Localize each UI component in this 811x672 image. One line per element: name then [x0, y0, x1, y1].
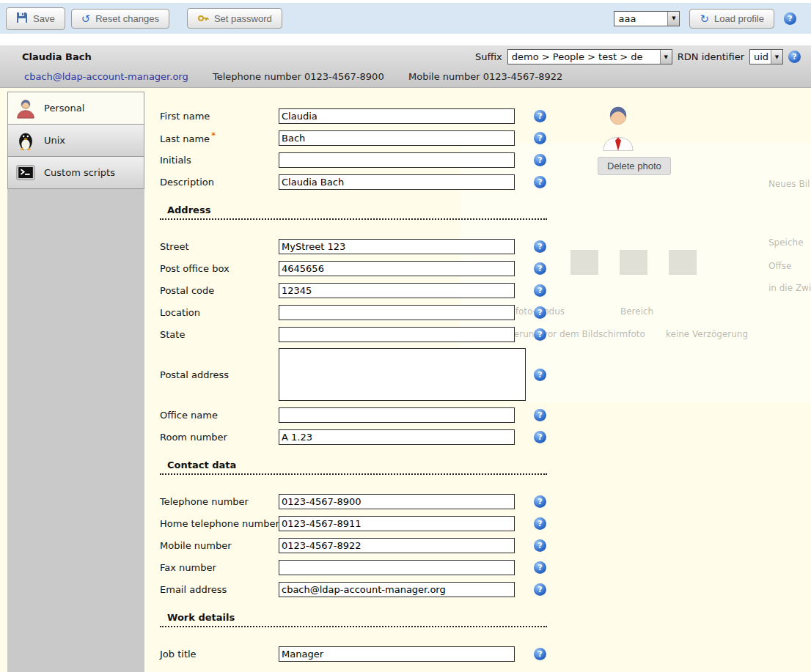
field-row-telephone-number: Telephone number ?: [160, 490, 556, 512]
save-button[interactable]: Save: [6, 7, 65, 30]
help-icon[interactable]: ?: [534, 583, 546, 596]
rdn-identifier-label: RDN identifier: [678, 51, 744, 62]
help-icon[interactable]: ?: [534, 154, 546, 166]
reset-changes-button[interactable]: ↺ Reset changes: [71, 9, 169, 29]
help-icon[interactable]: ?: [534, 561, 546, 574]
account-header-row2: cbach@ldap-account-manager.org Telephone…: [0, 68, 811, 87]
suffix-label: Suffix: [475, 51, 502, 62]
telephone-number-input[interactable]: [279, 494, 515, 509]
toolbar-right-group: aaa ▼ ↻ Load profile ?: [614, 9, 796, 29]
section-header-address: Address: [160, 203, 547, 220]
last-name-input[interactable]: [279, 130, 515, 146]
tab-unix-label: Unix: [44, 135, 65, 146]
help-icon[interactable]: ?: [534, 328, 546, 341]
location-label: Location: [160, 307, 279, 318]
field-row-first-name: First name ?: [160, 105, 556, 127]
set-password-button[interactable]: Set password: [187, 8, 282, 29]
help-icon[interactable]: ?: [534, 369, 546, 381]
ghost-thumbnail: [669, 250, 697, 275]
help-icon[interactable]: ?: [534, 648, 546, 660]
account-email-link[interactable]: cbach@ldap-account-manager.org: [24, 71, 188, 82]
header-help-icon[interactable]: ?: [788, 51, 801, 63]
required-marker: *: [211, 130, 216, 141]
help-icon[interactable]: ?: [534, 110, 546, 122]
field-row-initials: Initials ?: [160, 149, 556, 171]
street-label: Street: [160, 241, 279, 252]
tab-custom-scripts-label: Custom scripts: [44, 167, 115, 178]
mobile-number-input[interactable]: [279, 538, 515, 553]
tab-personal-label: Personal: [44, 103, 84, 114]
save-icon: [16, 12, 28, 26]
tab-unix[interactable]: Unix: [7, 124, 144, 157]
help-icon[interactable]: ?: [534, 517, 546, 530]
profile-select-value: aaa: [614, 12, 667, 26]
room-number-input[interactable]: [279, 429, 515, 445]
help-icon[interactable]: ?: [534, 262, 546, 275]
field-row-job-title: Job title ?: [160, 643, 556, 665]
field-row-post-office-box: Post office box ?: [160, 257, 556, 279]
fax-number-label: Fax number: [160, 562, 279, 573]
toolbar-help-icon[interactable]: ?: [784, 12, 796, 25]
job-title-input[interactable]: [279, 646, 515, 662]
ghost-text: Offse: [768, 261, 791, 271]
terminal-icon: [15, 162, 37, 184]
field-row-fax-number: Fax number ?: [160, 556, 556, 578]
section-header-contact-data: Contact data: [160, 458, 547, 475]
telephone-number-label: Telephone number: [160, 496, 279, 507]
load-profile-button[interactable]: ↻ Load profile: [689, 9, 774, 29]
postal-code-input[interactable]: [279, 283, 515, 298]
account-header: Claudia Bach Suffix demo > People > test…: [0, 45, 811, 88]
help-icon[interactable]: ?: [534, 240, 546, 253]
state-input[interactable]: [279, 327, 515, 342]
postal-address-label: Postal address: [160, 369, 279, 380]
help-icon[interactable]: ?: [534, 539, 546, 552]
refresh-icon: ↻: [700, 13, 709, 24]
office-name-input[interactable]: [279, 407, 515, 423]
field-row-location: Location ?: [160, 301, 556, 323]
ghost-text: Neues Bil: [768, 179, 810, 189]
help-icon[interactable]: ?: [534, 431, 546, 443]
key-icon: [197, 12, 209, 24]
top-toolbar: Save ↺ Reset changes Set password aaa ▼ …: [0, 3, 811, 34]
undo-icon: ↺: [81, 13, 91, 24]
account-telephone: Telephone number 0123-4567-8900: [213, 71, 384, 82]
delete-photo-button[interactable]: Delete photo: [598, 157, 671, 175]
email-address-input[interactable]: [279, 582, 515, 597]
field-row-home-telephone-number: Home telephone number ?: [160, 512, 556, 534]
help-icon[interactable]: ?: [534, 409, 546, 421]
post-office-box-input[interactable]: [279, 261, 515, 276]
section-header-work-details: Work details: [160, 610, 547, 627]
postal-address-textarea[interactable]: [279, 348, 526, 401]
dropdown-arrow-icon: ▼: [660, 50, 672, 64]
load-profile-label: Load profile: [714, 13, 764, 24]
lam-user-edit-page: Save ↺ Reset changes Set password aaa ▼ …: [0, 0, 811, 672]
profile-select[interactable]: aaa ▼: [614, 11, 680, 26]
save-button-label: Save: [33, 13, 55, 24]
field-row-last-name: Last name* ?: [160, 127, 556, 149]
initials-input[interactable]: [279, 152, 515, 168]
last-name-label-text: Last name: [160, 134, 210, 145]
help-icon[interactable]: ?: [534, 306, 546, 319]
help-icon[interactable]: ?: [534, 132, 546, 144]
initials-label: Initials: [160, 155, 279, 166]
fax-number-input[interactable]: [279, 560, 515, 575]
account-mobile: Mobile number 0123-4567-8922: [408, 71, 562, 82]
ghost-text: Speiche: [768, 237, 804, 248]
help-icon[interactable]: ?: [534, 495, 546, 508]
first-name-input[interactable]: [279, 108, 515, 124]
rdn-identifier-select[interactable]: uid ▼: [749, 49, 783, 64]
tab-personal[interactable]: Personal: [7, 92, 144, 125]
dropdown-arrow-icon: ▼: [667, 12, 679, 26]
home-telephone-number-input[interactable]: [279, 516, 515, 531]
suffix-select[interactable]: demo > People > test > de ▼: [507, 49, 672, 64]
location-input[interactable]: [279, 305, 515, 320]
help-icon[interactable]: ?: [534, 176, 546, 188]
home-telephone-number-label: Home telephone number: [160, 518, 279, 529]
description-input[interactable]: [279, 174, 515, 190]
help-icon[interactable]: ?: [534, 284, 546, 297]
street-input[interactable]: [279, 239, 515, 254]
field-row-postal-code: Postal code ?: [160, 279, 556, 301]
header-right-group: Suffix demo > People > test > de ▼ RDN i…: [475, 49, 801, 64]
tab-custom-scripts[interactable]: Custom scripts: [7, 156, 144, 189]
office-name-label: Office name: [160, 410, 279, 421]
